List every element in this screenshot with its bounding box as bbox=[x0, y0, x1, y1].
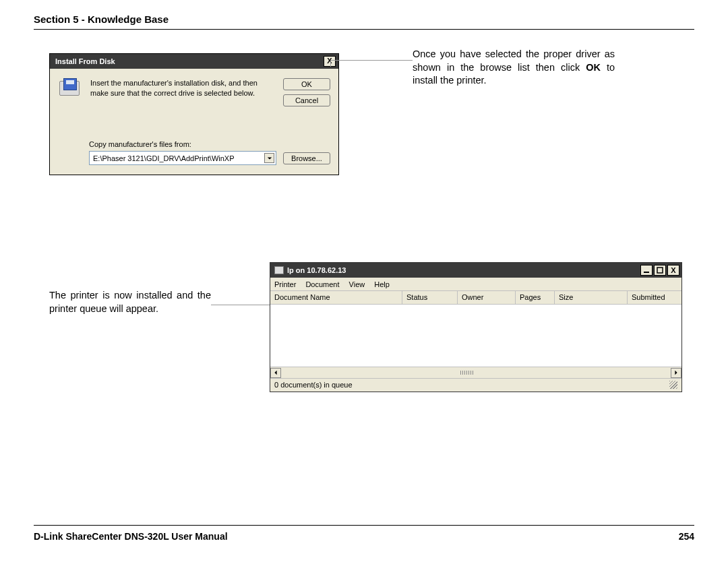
svg-rect-1 bbox=[657, 268, 663, 273]
install-from-disk-dialog: Install From Disk X Insert the manufactu… bbox=[49, 53, 339, 175]
connector-line bbox=[330, 60, 413, 61]
cancel-button[interactable]: Cancel bbox=[283, 94, 330, 106]
col-owner[interactable]: Owner bbox=[458, 291, 516, 304]
dialog-titlebar: Install From Disk X bbox=[50, 54, 338, 69]
queue-titlebar: lp on 10.78.62.13 X bbox=[270, 263, 681, 278]
instruction-text-ok: Once you have selected the proper driver… bbox=[413, 48, 615, 88]
col-document-name[interactable]: Document Name bbox=[270, 291, 402, 304]
scroll-track[interactable] bbox=[281, 368, 671, 378]
col-submitted[interactable]: Submitted bbox=[628, 291, 681, 304]
col-pages[interactable]: Pages bbox=[516, 291, 555, 304]
menu-view[interactable]: View bbox=[349, 280, 365, 288]
chevron-down-icon[interactable] bbox=[264, 153, 274, 163]
queue-statusbar: 0 document(s) in queue bbox=[270, 378, 681, 392]
path-value: E:\Phaser 3121\GDI_DRV\AddPrint\WinXP bbox=[93, 154, 235, 162]
connector-line bbox=[211, 305, 270, 305]
queue-title: lp on 10.78.62.13 bbox=[287, 266, 346, 274]
footer-manual-title: D-Link ShareCenter DNS-320L User Manual bbox=[34, 531, 228, 542]
col-size[interactable]: Size bbox=[555, 291, 628, 304]
ok-button[interactable]: OK bbox=[283, 78, 330, 90]
maximize-button[interactable] bbox=[654, 265, 666, 276]
path-combobox[interactable]: E:\Phaser 3121\GDI_DRV\AddPrint\WinXP bbox=[89, 151, 276, 165]
copy-from-label: Copy manufacturer's files from: bbox=[89, 140, 330, 148]
queue-menubar: Printer Document View Help bbox=[270, 278, 681, 291]
scroll-left-icon[interactable] bbox=[270, 368, 281, 378]
minimize-button[interactable] bbox=[640, 265, 653, 276]
section-header: Section 5 - Knowledge Base bbox=[34, 13, 694, 30]
page-footer: D-Link ShareCenter DNS-320L User Manual … bbox=[34, 525, 694, 542]
horizontal-scrollbar[interactable] bbox=[270, 367, 681, 378]
queue-list-body bbox=[270, 305, 681, 367]
menu-document[interactable]: Document bbox=[305, 280, 339, 288]
dialog-title: Install From Disk bbox=[55, 57, 115, 65]
connector-line bbox=[330, 60, 331, 67]
resize-grip-icon[interactable] bbox=[669, 381, 677, 389]
menu-help[interactable]: Help bbox=[374, 280, 390, 288]
disk-icon bbox=[58, 78, 84, 104]
close-button[interactable]: X bbox=[667, 265, 679, 276]
svg-rect-0 bbox=[644, 272, 649, 273]
scroll-right-icon[interactable] bbox=[671, 368, 681, 378]
col-status[interactable]: Status bbox=[402, 291, 458, 304]
footer-page-number: 254 bbox=[679, 531, 694, 542]
close-button[interactable]: X bbox=[324, 56, 336, 67]
printer-icon bbox=[274, 266, 284, 274]
printer-queue-window: lp on 10.78.62.13 X Printer Document Vie… bbox=[270, 262, 682, 392]
menu-printer[interactable]: Printer bbox=[274, 280, 296, 288]
queue-status-text: 0 document(s) in queue bbox=[274, 381, 353, 389]
instruction-text-queue: The printer is now installed and the pri… bbox=[49, 289, 211, 315]
browse-button[interactable]: Browse... bbox=[283, 152, 330, 164]
queue-column-headers: Document Name Status Owner Pages Size Su… bbox=[270, 291, 681, 305]
install-instruction-text: Insert the manufacturer's installation d… bbox=[90, 78, 276, 98]
